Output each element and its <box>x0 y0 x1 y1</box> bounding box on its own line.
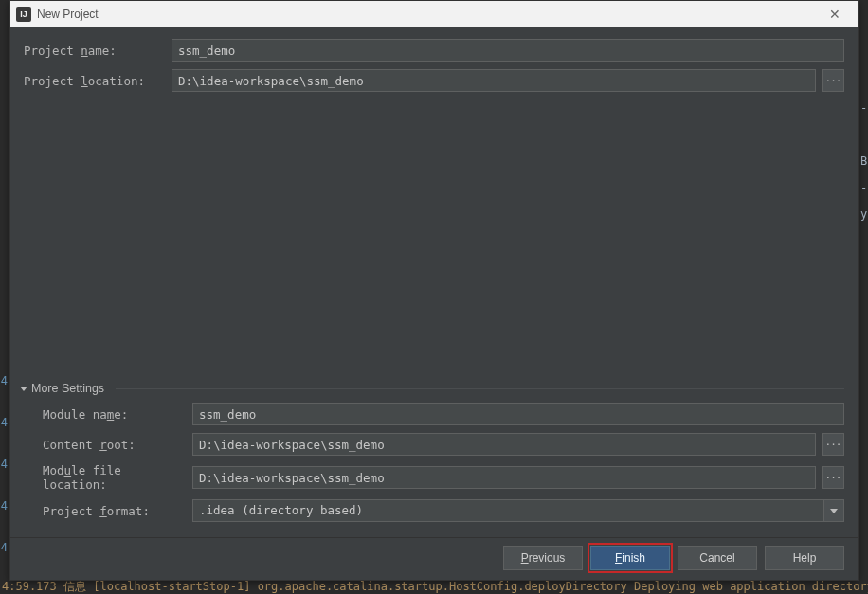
finish-button[interactable]: Finish <box>590 546 670 570</box>
project-location-input[interactable] <box>172 69 816 92</box>
content-root-input[interactable] <box>192 433 816 456</box>
module-file-location-input[interactable] <box>192 466 816 489</box>
row-module-file-location: Module file location: ... <box>24 463 844 492</box>
dialog-content: Project name: Project location: ... More… <box>10 27 858 537</box>
row-content-root: Content root: ... <box>24 433 844 456</box>
new-project-dialog: IJ New Project ✕ Project name: Project l… <box>9 0 859 581</box>
project-format-select[interactable]: .idea (directory based) <box>192 499 844 522</box>
background-gutter: 4 4 4 4 4 <box>0 360 9 579</box>
label-module-name: Module name: <box>24 407 187 422</box>
module-file-location-browse-button[interactable]: ... <box>822 466 844 489</box>
more-settings-label: More Settings <box>31 382 104 395</box>
project-name-input[interactable] <box>172 39 844 62</box>
project-format-value: .idea (directory based) <box>192 499 844 522</box>
more-settings-toggle[interactable]: More Settings <box>20 382 844 395</box>
titlebar: IJ New Project ✕ <box>10 1 858 27</box>
previous-button[interactable]: Previous <box>503 546 583 570</box>
label-project-format: Project format: <box>24 504 187 518</box>
module-name-input[interactable] <box>192 403 844 425</box>
chevron-down-icon[interactable] <box>823 499 844 522</box>
label-project-name: Project name: <box>24 44 166 58</box>
label-content-root: Content root: <box>24 438 187 452</box>
project-location-browse-button[interactable]: ... <box>822 69 844 92</box>
row-module-name: Module name: <box>24 403 844 425</box>
button-bar: Previous Finish Cancel Help <box>10 537 858 580</box>
close-icon[interactable]: ✕ <box>816 1 854 27</box>
background-console-line: 4:59.173 信息 [localhost-startStop-1] org.… <box>0 579 868 594</box>
app-icon: IJ <box>16 7 31 22</box>
row-project-name: Project name: <box>24 39 844 62</box>
background-right-edge: - - B - y <box>860 95 868 227</box>
window-title: New Project <box>37 8 816 21</box>
row-project-location: Project location: ... <box>24 69 844 92</box>
row-project-format: Project format: .idea (directory based) <box>24 499 844 522</box>
label-project-location: Project location: <box>24 74 166 88</box>
cancel-button[interactable]: Cancel <box>678 546 757 570</box>
help-button[interactable]: Help <box>765 546 844 570</box>
chevron-down-icon <box>20 387 27 391</box>
label-module-file-location: Module file location: <box>24 463 187 492</box>
content-root-browse-button[interactable]: ... <box>822 433 844 456</box>
